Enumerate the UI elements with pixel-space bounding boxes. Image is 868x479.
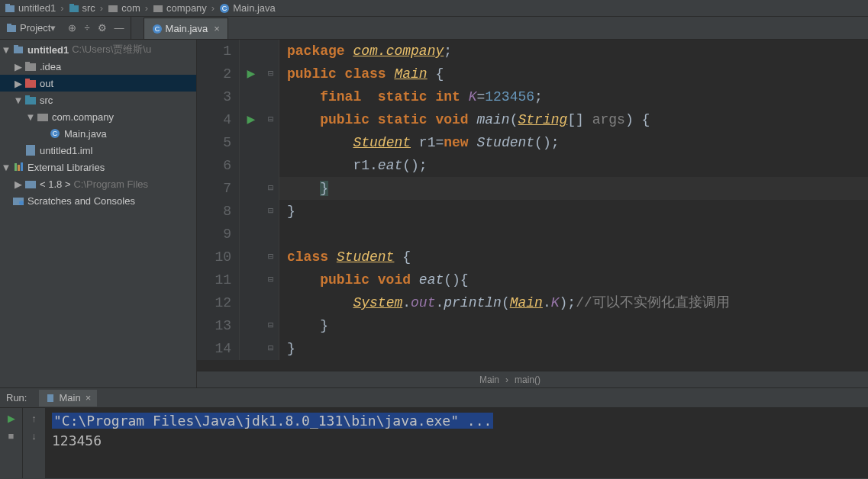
svg-rect-5 [153, 5, 163, 12]
editor[interactable]: 1package com.company; 2▶⊟public class Ma… [197, 40, 868, 387]
svg-rect-9 [7, 24, 11, 26]
line-number[interactable]: 11 [197, 268, 240, 291]
run-gutter-icon[interactable]: ▶ [247, 108, 256, 131]
svg-rect-18 [25, 97, 36, 104]
svg-rect-8 [7, 25, 16, 32]
project-tool-label[interactable]: Project▾ [0, 22, 62, 34]
line-number[interactable]: 14 [197, 337, 240, 360]
svg-rect-16 [25, 80, 36, 88]
svg-rect-4 [108, 5, 118, 12]
line-number[interactable]: 12 [197, 291, 240, 314]
editor-breadcrumb: Main › main() [197, 371, 868, 387]
up-arrow-icon[interactable]: ↑ [31, 413, 37, 424]
tree-iml[interactable]: untitled1.iml [0, 142, 196, 159]
svg-rect-27 [25, 181, 36, 188]
svg-rect-24 [15, 163, 17, 171]
run-gutter-icon[interactable]: ▶ [247, 63, 256, 85]
run-panel: Run: Main × ▶ ■ ↑ ↓ "C:\Program Files\Ja… [0, 387, 868, 479]
console-output[interactable]: "C:\Program Files\Java\jdk1.8.0_131\bin\… [46, 408, 868, 478]
run-tab[interactable]: Main × [39, 390, 97, 407]
gear-icon[interactable]: ⚙ [98, 22, 107, 34]
tree-root[interactable]: ▼untitled1 C:\Users\贾维斯\u [0, 41, 196, 58]
crumb-project[interactable]: untitled1 [3, 2, 57, 14]
svg-text:C: C [53, 130, 58, 137]
crumb-file[interactable]: CMain.java [218, 2, 277, 14]
svg-rect-20 [37, 114, 48, 121]
svg-rect-19 [25, 95, 30, 98]
stop-icon[interactable]: ■ [8, 430, 15, 442]
tree-pkg[interactable]: ▼com.company [0, 108, 196, 125]
line-number[interactable]: 10 [197, 246, 240, 268]
tree-jdk[interactable]: ▶< 1.8 > C:\Program Files [0, 175, 196, 192]
chevron-right-icon: › [57, 2, 66, 14]
svg-rect-0 [5, 5, 15, 12]
svg-rect-23 [26, 145, 35, 156]
line-number[interactable]: 5 [197, 131, 240, 154]
crumb-com[interactable]: com [106, 2, 142, 14]
chevron-right-icon: › [97, 2, 106, 14]
svg-rect-3 [69, 4, 74, 6]
line-number[interactable]: 13 [197, 314, 240, 337]
chevron-right-icon: › [142, 2, 151, 14]
run-title: Run: [6, 392, 27, 403]
editor-crumb-method[interactable]: main() [515, 375, 540, 385]
tree-idea[interactable]: ▶.idea [0, 58, 196, 75]
svg-rect-2 [69, 5, 79, 12]
down-arrow-icon[interactable]: ↓ [31, 430, 37, 442]
hide-icon[interactable]: — [115, 22, 124, 34]
svg-text:C: C [154, 25, 160, 33]
crumb-src[interactable]: src [67, 2, 97, 14]
tree-scratches[interactable]: Scratches and Consoles [0, 192, 196, 209]
target-icon[interactable]: ⊕ [68, 22, 76, 34]
svg-rect-30 [47, 394, 53, 402]
svg-rect-25 [18, 165, 20, 171]
tree-ext[interactable]: ▼External Libraries [0, 159, 196, 175]
line-number[interactable]: 3 [197, 85, 240, 108]
svg-rect-17 [25, 79, 30, 81]
crumb-company[interactable]: company [151, 2, 208, 14]
tree-out[interactable]: ▶out [0, 75, 196, 92]
close-icon[interactable]: × [214, 23, 220, 34]
toolbar: Project▾ ⊕ ÷ ⚙ — C Main.java × [0, 17, 868, 40]
svg-rect-13 [14, 45, 18, 47]
collapse-icon[interactable]: ÷ [84, 22, 89, 34]
line-number[interactable]: 4 [197, 108, 240, 131]
rerun-icon[interactable]: ▶ [8, 413, 15, 424]
project-tree[interactable]: ▼untitled1 C:\Users\贾维斯\u ▶.idea ▶out ▼s… [0, 40, 197, 387]
svg-rect-26 [21, 162, 23, 171]
line-number[interactable]: 9 [197, 223, 240, 246]
svg-rect-15 [25, 62, 30, 64]
breadcrumb: untitled1 › src › com › company › CMain.… [0, 0, 868, 17]
svg-rect-12 [14, 47, 23, 53]
svg-rect-14 [25, 63, 36, 71]
line-number[interactable]: 7 [197, 177, 240, 200]
line-number[interactable]: 1 [197, 40, 240, 63]
editor-crumb-class[interactable]: Main [479, 375, 499, 385]
line-number[interactable]: 6 [197, 154, 240, 177]
svg-rect-1 [5, 4, 10, 6]
tree-src[interactable]: ▼src [0, 92, 196, 108]
chevron-right-icon: › [208, 2, 218, 14]
editor-tabs: C Main.java × [144, 17, 228, 39]
svg-text:C: C [222, 5, 227, 12]
line-number[interactable]: 2 [197, 63, 240, 85]
line-number[interactable]: 8 [197, 200, 240, 223]
tree-file-main[interactable]: CMain.java [0, 125, 196, 142]
close-icon[interactable]: × [86, 392, 92, 403]
tab-main-java[interactable]: C Main.java × [144, 18, 228, 39]
svg-point-29 [19, 201, 24, 205]
